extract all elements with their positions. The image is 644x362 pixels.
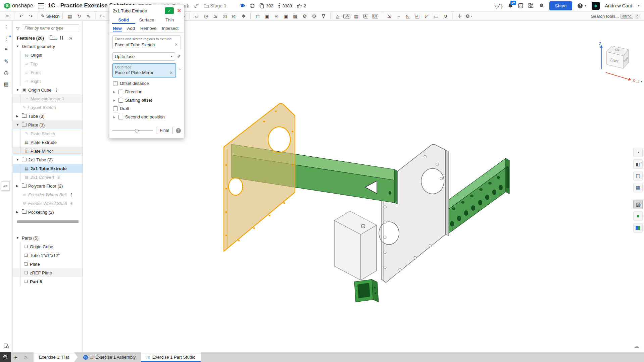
rollback-slider[interactable]: [112, 128, 153, 133]
create-version-icon[interactable]: ⋮+: [4, 36, 9, 42]
starting-offset-checkbox[interactable]: [118, 98, 123, 103]
view-cube[interactable]: Z X Front Top Right ❒▼: [586, 31, 644, 85]
doc-tab-exercise-1-assembly[interactable]: ↻❏Exercise 1 Assembly: [78, 352, 141, 362]
sketch-button[interactable]: ✎Sketch: [40, 12, 60, 20]
likes-stat[interactable]: 2: [297, 3, 306, 8]
bend-button[interactable]: ⌐: [394, 12, 403, 20]
view-options-button[interactable]: ❒▼: [636, 79, 643, 84]
parts-section-header[interactable]: ▼ Parts (5): [13, 234, 83, 242]
document-notes-icon[interactable]: ✎: [4, 58, 8, 64]
feature-list-button[interactable]: ≡: [3, 12, 12, 20]
tasks-button[interactable]: [518, 3, 523, 8]
part-appearance-button[interactable]: [633, 223, 643, 232]
featurescript-icon[interactable]: {✓}: [495, 3, 503, 9]
feature-row-plate-extrude[interactable]: ▤Plate Extrude: [13, 138, 83, 147]
dialog-close-button[interactable]: ✕: [177, 8, 181, 14]
main-menu-icon[interactable]: [38, 3, 44, 8]
parts-visible-button[interactable]: ■: [633, 211, 643, 221]
small-green-tube-part[interactable]: [354, 279, 379, 302]
gray-plate-part[interactable]: [379, 144, 449, 282]
feature-row-front[interactable]: ▱Front: [13, 68, 83, 77]
display-modes-button[interactable]: ◧: [633, 159, 643, 169]
measure-ramp-button[interactable]: ◬: [333, 12, 342, 20]
feature-row-pocketing-2[interactable]: ▶Pocketing (2): [13, 208, 83, 216]
view-options-button[interactable]: ◔: [633, 148, 643, 157]
final-button[interactable]: Final: [156, 127, 173, 134]
mate-connector-point[interactable]: [361, 224, 365, 228]
clear-faces-icon[interactable]: ✕: [174, 42, 179, 47]
expander-icon[interactable]: ▼: [16, 158, 21, 161]
user-menu-caret-icon[interactable]: ▼: [637, 4, 640, 7]
origin-marker-button[interactable]: ✛: [455, 12, 464, 20]
pocketed-tube-part[interactable]: [448, 158, 509, 234]
feature-row-polycarb-floor-2[interactable]: ▶Polycarb Floor (2): [13, 182, 83, 190]
dialog-confirm-button[interactable]: ✓: [165, 7, 174, 14]
feature-row-2x1-tube-2[interactable]: ▼2x1 Tube (2): [13, 155, 83, 164]
filter-input[interactable]: [22, 24, 79, 32]
mate-connector-button[interactable]: ⚙▼: [464, 12, 474, 20]
learning-badge[interactable]: [240, 3, 245, 8]
doc-tab-exercise-1-flat[interactable]: Exercise 1: Flat: [34, 352, 78, 362]
search-tools-button[interactable]: Search tools... alt/⌥ c: [591, 14, 641, 19]
faces-selection-box[interactable]: Faces and sketch regions to extrude Face…: [112, 35, 181, 49]
dialog-help-icon[interactable]: ?: [176, 128, 181, 133]
part-row-plate[interactable]: ❏Plate: [13, 260, 83, 268]
hem-button[interactable]: ∪: [441, 12, 450, 20]
home-button[interactable]: ⌂: [21, 352, 31, 362]
gear-button[interactable]: ⚙: [309, 12, 318, 20]
learning-center-button[interactable]: [539, 3, 544, 8]
feature-menu-icon[interactable]: ⋮: [54, 88, 58, 92]
copies-stat[interactable]: 392: [259, 3, 273, 8]
add-tab-button[interactable]: +: [11, 352, 21, 362]
rip-button[interactable]: ◸: [422, 12, 431, 20]
feature-row-top[interactable]: ▱Top: [13, 59, 83, 68]
part-row-part-5[interactable]: ❏Part 5: [13, 277, 83, 286]
belt-calculator-button[interactable]: ∞: [272, 12, 281, 20]
revolve-button[interactable]: ↻: [75, 12, 84, 20]
named-views-button[interactable]: ▦: [633, 183, 643, 192]
comments-icon[interactable]: ❝: [5, 47, 7, 53]
tab-surface[interactable]: Surface: [135, 16, 158, 24]
finish-button[interactable]: ◺: [403, 12, 412, 20]
history-stat[interactable]: 3388: [278, 3, 292, 8]
feature-statistics-icon[interactable]: ◷: [68, 36, 72, 41]
help-button[interactable]: ? ▼: [577, 3, 587, 9]
pause-updates-icon[interactable]: [60, 36, 64, 41]
preview-icon[interactable]: [4, 344, 9, 349]
transparent-box-part[interactable]: [334, 211, 377, 280]
optab-new[interactable]: New: [113, 24, 122, 32]
up-to-face-selection-box[interactable]: Up to face Face of Plate Mirror ✕: [112, 63, 176, 78]
draft-checkbox[interactable]: [113, 106, 118, 111]
sheet-metal-table-button[interactable]: ▤: [352, 12, 361, 20]
feature-menu-icon[interactable]: ⋮: [57, 175, 61, 179]
extrude-button[interactable]: ▤: [65, 12, 74, 20]
second-end-position-checkbox[interactable]: [118, 115, 123, 119]
derived-button[interactable]: ❖: [239, 12, 248, 20]
feature-row-tube-3[interactable]: ▶Tube (3): [13, 112, 83, 120]
tables-icon[interactable]: ▤: [4, 81, 8, 87]
create-folder-icon[interactable]: +: [50, 36, 55, 41]
tolerance-funnel-button[interactable]: ∇: [319, 12, 328, 20]
optab-remove[interactable]: Remove: [140, 24, 156, 32]
frc-robot-button[interactable]: ▣: [281, 12, 290, 20]
section-view-button[interactable]: ◫: [633, 171, 643, 180]
expander-icon[interactable]: ▶: [16, 114, 21, 118]
user-avatar[interactable]: ◆: [592, 2, 600, 10]
offset-distance-checkbox[interactable]: [113, 81, 118, 86]
mate-connector-icon[interactable]: ◔: [178, 67, 181, 72]
expander-icon[interactable]: ▼: [16, 45, 21, 48]
apps-button[interactable]: [528, 3, 534, 8]
hidden-items-button[interactable]: ▧: [633, 200, 643, 209]
plane-button[interactable]: ▱: [192, 12, 201, 20]
material-button[interactable]: ▩: [291, 12, 300, 20]
flatten-button[interactable]: ⇲: [385, 12, 394, 20]
selected-orange-plate-part[interactable]: [224, 103, 295, 251]
feature-row-default-geometry[interactable]: ▼Default geometry: [13, 42, 83, 51]
part-row-tube-1-x1-x12[interactable]: ❏Tube 1"x1"x12": [13, 251, 83, 260]
public-badge[interactable]: [250, 3, 255, 8]
sheet-metal-button[interactable]: SM: [342, 12, 351, 20]
doc-tab-exercise-1-part-studio[interactable]: ◫Exercise 1 Part Studio: [141, 352, 201, 362]
feature-row-origin-cube[interactable]: ▼▣Origin Cube⋮: [13, 86, 83, 94]
part-row-zref-plate[interactable]: ❏zREF Plate: [13, 268, 83, 277]
feature-row-plate-mirror[interactable]: ◫Plate Mirror: [13, 147, 83, 155]
